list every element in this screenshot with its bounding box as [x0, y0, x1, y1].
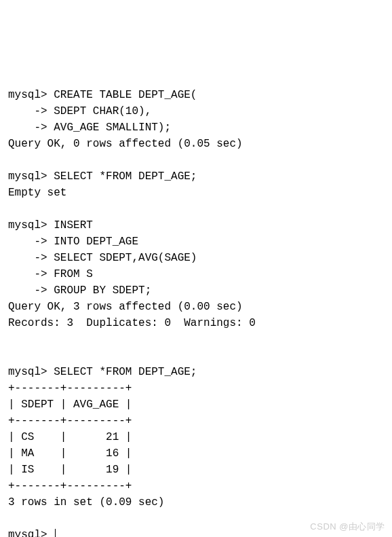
sql-text: GROUP BY SDEPT; — [54, 284, 151, 297]
table-border: +-------+---------+ — [8, 480, 132, 492]
terminal-output: mysql> CREATE TABLE DEPT_AGE( -> SDEPT C… — [8, 71, 384, 537]
table-row: | CS | 21 | — [8, 431, 132, 443]
sql-line: mysql> SELECT *FROM DEPT_AGE; — [8, 366, 197, 378]
prompt: mysql> — [8, 170, 54, 183]
sql-text: SELECT *FROM DEPT_AGE; — [54, 366, 197, 378]
continuation-prompt: -> — [8, 105, 54, 117]
table-header: | SDEPT | AVG_AGE | — [8, 399, 132, 411]
continuation-prompt: -> — [8, 252, 54, 264]
sql-text: INTO DEPT_AGE — [54, 236, 138, 248]
sql-text: SELECT SDEPT,AVG(SAGE) — [54, 252, 197, 264]
result-line: Empty set — [8, 187, 66, 199]
watermark: CSDN @由心同学 — [310, 520, 385, 534]
prompt: mysql> — [8, 366, 54, 378]
continuation-prompt: -> — [8, 236, 54, 248]
sql-line: -> GROUP BY SDEPT; — [8, 284, 151, 297]
sql-text: SELECT *FROM DEPT_AGE; — [54, 170, 197, 183]
prompt: mysql> — [8, 89, 54, 101]
sql-line: mysql> INSERT — [8, 219, 93, 232]
result-line: Query OK, 3 rows affected (0.00 sec) — [8, 301, 243, 313]
continuation-prompt: -> — [8, 122, 54, 134]
sql-line: -> INTO DEPT_AGE — [8, 236, 138, 248]
prompt-line[interactable]: mysql> — [8, 529, 56, 537]
sql-line: mysql> SELECT *FROM DEPT_AGE; — [8, 170, 197, 183]
sql-text: AVG_AGE SMALLINT); — [54, 122, 171, 134]
sql-line: mysql> CREATE TABLE DEPT_AGE( — [8, 89, 197, 101]
result-line: Query OK, 0 rows affected (0.05 sec) — [8, 138, 243, 150]
sql-line: -> AVG_AGE SMALLINT); — [8, 122, 171, 134]
result-line: 3 rows in set (0.09 sec) — [8, 496, 164, 508]
prompt: mysql> — [8, 529, 54, 537]
continuation-prompt: -> — [8, 268, 54, 280]
result-line: Records: 3 Duplicates: 0 Warnings: 0 — [8, 317, 256, 329]
cursor-icon — [55, 529, 56, 537]
sql-line: -> FROM S — [8, 268, 93, 280]
sql-text: FROM S — [54, 268, 93, 280]
sql-text: SDEPT CHAR(10), — [54, 105, 151, 117]
continuation-prompt: -> — [8, 284, 54, 297]
sql-line: -> SELECT SDEPT,AVG(SAGE) — [8, 252, 197, 264]
prompt: mysql> — [8, 219, 54, 232]
sql-line: -> SDEPT CHAR(10), — [8, 105, 151, 117]
table-row: | IS | 19 | — [8, 464, 132, 476]
table-border: +-------+---------+ — [8, 415, 132, 427]
sql-text: INSERT — [54, 219, 93, 232]
table-border: +-------+---------+ — [8, 382, 132, 394]
table-row: | MA | 16 | — [8, 447, 132, 460]
sql-text: CREATE TABLE DEPT_AGE( — [54, 89, 197, 101]
